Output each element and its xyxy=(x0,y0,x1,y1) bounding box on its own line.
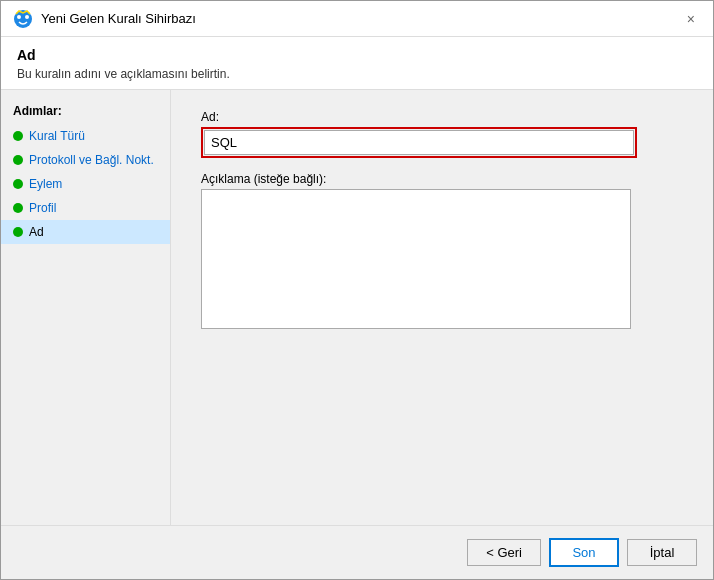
app-icon xyxy=(13,9,33,29)
step-dot xyxy=(13,179,23,189)
step-dot xyxy=(13,155,23,165)
name-label: Ad: xyxy=(201,110,683,124)
title-bar-left: Yeni Gelen Kuralı Sihirbazı xyxy=(13,9,196,29)
step-dot xyxy=(13,203,23,213)
sidebar-item-label: Kural Türü xyxy=(29,129,85,143)
next-button[interactable]: Son xyxy=(549,538,619,567)
sidebar: Adımlar: Kural Türü Protokoll ve Bağl. N… xyxy=(1,90,171,525)
svg-point-1 xyxy=(17,15,21,19)
sidebar-item-label: Protokoll ve Bağl. Nokt. xyxy=(29,153,154,167)
sidebar-item-protokol[interactable]: Protokoll ve Bağl. Nokt. xyxy=(1,148,170,172)
sidebar-item-kural-turu[interactable]: Kural Türü xyxy=(1,124,170,148)
desc-label: Açıklama (isteğe bağlı): xyxy=(201,172,683,186)
desc-textarea[interactable] xyxy=(201,189,631,329)
title-bar: Yeni Gelen Kuralı Sihirbazı × xyxy=(1,1,713,37)
name-input[interactable] xyxy=(204,130,634,155)
name-form-group: Ad: xyxy=(201,110,683,158)
back-button[interactable]: < Geri xyxy=(467,539,541,566)
close-button[interactable]: × xyxy=(681,10,701,28)
name-input-wrapper xyxy=(201,127,637,158)
svg-point-2 xyxy=(25,15,29,19)
cancel-button[interactable]: İptal xyxy=(627,539,697,566)
desc-form-group: Açıklama (isteğe bağlı): xyxy=(201,172,683,329)
step-dot xyxy=(13,227,23,237)
footer: < Geri Son İptal xyxy=(1,525,713,579)
sidebar-section-title: Adımlar: xyxy=(1,100,170,124)
sidebar-item-label: Profil xyxy=(29,201,56,215)
main-content: Ad: Açıklama (isteğe bağlı): xyxy=(171,90,713,525)
wizard-window: Yeni Gelen Kuralı Sihirbazı × Ad Bu kura… xyxy=(0,0,714,580)
sidebar-item-label: Eylem xyxy=(29,177,62,191)
window-title: Yeni Gelen Kuralı Sihirbazı xyxy=(41,11,196,26)
content-area: Adımlar: Kural Türü Protokoll ve Bağl. N… xyxy=(1,90,713,525)
sidebar-item-profil[interactable]: Profil xyxy=(1,196,170,220)
page-title: Ad xyxy=(17,47,697,63)
page-header: Ad Bu kuralın adını ve açıklamasını beli… xyxy=(1,37,713,90)
page-description: Bu kuralın adını ve açıklamasını belirti… xyxy=(17,67,697,81)
step-dot xyxy=(13,131,23,141)
sidebar-item-eylem[interactable]: Eylem xyxy=(1,172,170,196)
sidebar-item-ad[interactable]: Ad xyxy=(1,220,170,244)
sidebar-item-label: Ad xyxy=(29,225,44,239)
